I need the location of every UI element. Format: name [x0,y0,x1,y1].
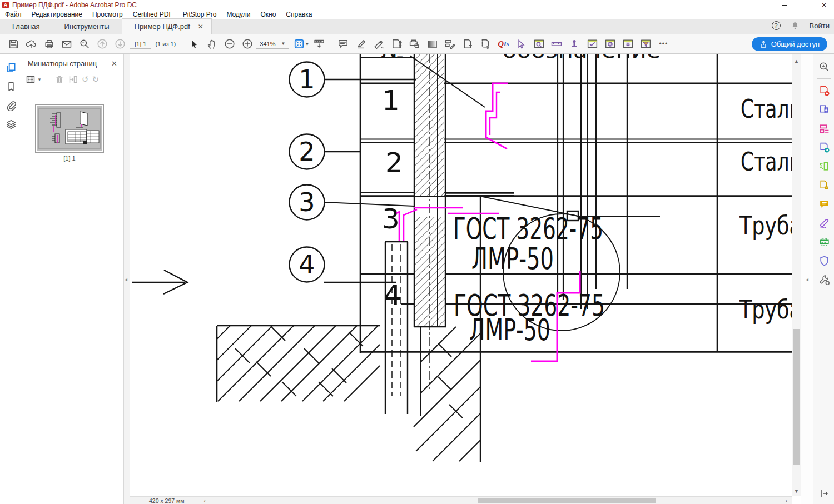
svg-text:ЛМР-50: ЛМР-50 [469,312,550,347]
horizontal-scroll-thumb[interactable] [478,498,656,503]
email-button[interactable] [58,36,75,52]
options-list-icon [26,74,36,84]
layers-tab[interactable] [0,115,22,134]
scrolling-mode-button[interactable] [311,36,327,52]
more-tools-button[interactable]: ••• [655,36,672,52]
next-page-button[interactable] [112,36,128,52]
document-canvas[interactable]: № обозначение [130,54,792,496]
hand-tool-button[interactable] [203,36,220,52]
print-preview-button[interactable] [406,36,423,52]
pitstop-inspector-button[interactable] [530,36,547,52]
menu-modules[interactable]: Модули [221,11,255,18]
hatched-wall [414,54,446,389]
fit-page-button[interactable]: ▼ [293,36,310,52]
maximize-button[interactable] [794,0,814,10]
menu-file[interactable]: Файл [0,11,27,18]
gradient-preview-button[interactable] [424,36,440,52]
zoom-out-button[interactable] [221,36,238,52]
menu-certified-pdf[interactable]: Certified PDF [128,11,178,18]
pitstop-preflight-button[interactable] [584,36,600,52]
menu-edit[interactable]: Редактирование [27,11,87,18]
zoom-level-select[interactable]: 341% ▼ [256,39,289,49]
svg-text:4: 4 [384,279,401,311]
print-button[interactable] [41,36,57,52]
tab-home[interactable]: Главная [0,18,52,34]
prepare-form-button[interactable] [441,36,458,52]
redo-button[interactable]: ↻ [92,74,100,84]
pitstop-globe-button[interactable] [602,36,618,52]
zoom-in-button[interactable] [239,36,256,52]
export-pdf-tool[interactable] [813,100,834,119]
comment-tool-button[interactable] [335,36,351,52]
menu-help[interactable]: Справка [281,11,317,18]
notifications-bell-icon[interactable] [791,21,800,30]
page-number-field[interactable]: [1] 1 [130,39,151,49]
insert-pages-icon [68,74,78,84]
search-tools-button[interactable] [813,57,834,76]
search-button[interactable] [76,36,93,52]
delete-page-button[interactable] [54,74,64,84]
inspector-window-icon [533,38,545,49]
expand-pane-icon [819,489,829,498]
menu-window[interactable]: Окно [255,11,281,18]
svg-text:Труба: Труба [739,295,792,325]
panel-close-icon[interactable]: ✕ [111,59,117,68]
send-review-tool[interactable] [813,138,834,157]
menu-view[interactable]: Просмотр [87,11,128,18]
create-pdf-tool[interactable] [813,81,834,100]
help-icon[interactable]: ? [772,21,781,30]
export-page-button[interactable] [477,36,494,52]
panel-title: Миниатюры страниц [28,59,97,68]
save-button[interactable] [5,36,22,52]
bookmarks-tab[interactable] [0,77,22,96]
page-thumbnail[interactable] [35,104,104,153]
edit-pdf-tool[interactable] [813,119,834,138]
pitstop-settings-button[interactable] [619,36,636,52]
previous-page-button[interactable] [94,36,111,52]
sign-tool-button[interactable] [370,36,387,52]
page-thumbnails-tab[interactable] [0,58,22,77]
organize-pages-tool[interactable] [813,176,834,194]
collapse-left-panel-icon[interactable]: ◂ [125,276,127,282]
share-button[interactable]: Общий доступ [752,37,827,51]
insert-pages-button[interactable] [68,74,78,84]
upload-cloud-button[interactable] [23,36,39,52]
menu-pitstop-pro[interactable]: PitStop Pro [178,11,222,18]
protect-tool[interactable] [813,251,834,270]
scroll-right-icon[interactable]: › [786,497,788,504]
minimize-button[interactable] [774,0,794,10]
print-production-tool[interactable] [813,232,834,251]
more-tools-panel-button[interactable] [813,270,834,289]
pitstop-qi-button[interactable]: QIs [495,36,512,52]
page-adjust-button[interactable] [388,36,405,52]
vertical-scroll-thumb[interactable] [793,329,800,465]
pitstop-filter-button[interactable] [637,36,654,52]
scroll-down-icon[interactable]: ▼ [792,488,801,494]
thumbnail-options-button[interactable]: ▼ [26,74,42,84]
close-button[interactable]: ✕ [814,0,834,10]
undo-button[interactable]: ↺ [82,74,89,84]
edit-pdf-icon [818,123,830,134]
attachments-tab[interactable] [0,96,22,115]
svg-text:4: 4 [299,249,315,280]
tab-document[interactable]: Пример ПДФ.pdf ✕ [122,18,212,34]
vertical-scrollbar[interactable]: ▲ ▼ [792,54,801,496]
comment-tool[interactable] [813,194,834,213]
scroll-left-icon[interactable]: ‹ [203,497,206,504]
highlight-tool-button[interactable] [353,36,369,52]
next-view-button[interactable] [813,484,834,503]
sign-in-link[interactable]: Войти [810,22,830,30]
pitstop-measure-button[interactable] [548,36,565,52]
fill-sign-tool[interactable] [813,213,834,232]
tab-close-icon[interactable]: ✕ [198,23,203,31]
tab-tools[interactable]: Инструменты [52,18,121,34]
pitstop-select-button[interactable] [513,36,529,52]
insert-page-button[interactable] [459,36,476,52]
schedule-rows: Сталь Сталь Труба Труба [739,94,792,325]
svg-text:3: 3 [382,203,400,235]
pitstop-stamp-button[interactable] [566,36,583,52]
crop-pages-tool[interactable] [813,157,834,176]
select-tool-button[interactable] [186,36,202,52]
collapse-right-panel-icon[interactable]: ◂ [806,276,808,282]
scroll-up-icon[interactable]: ▲ [792,58,801,64]
